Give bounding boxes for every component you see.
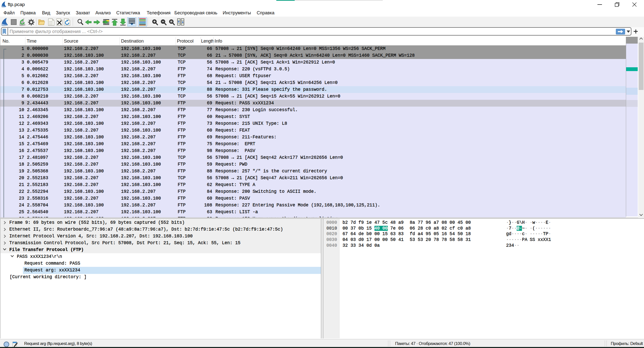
svg-text:0111: 0111 (49, 24, 53, 25)
